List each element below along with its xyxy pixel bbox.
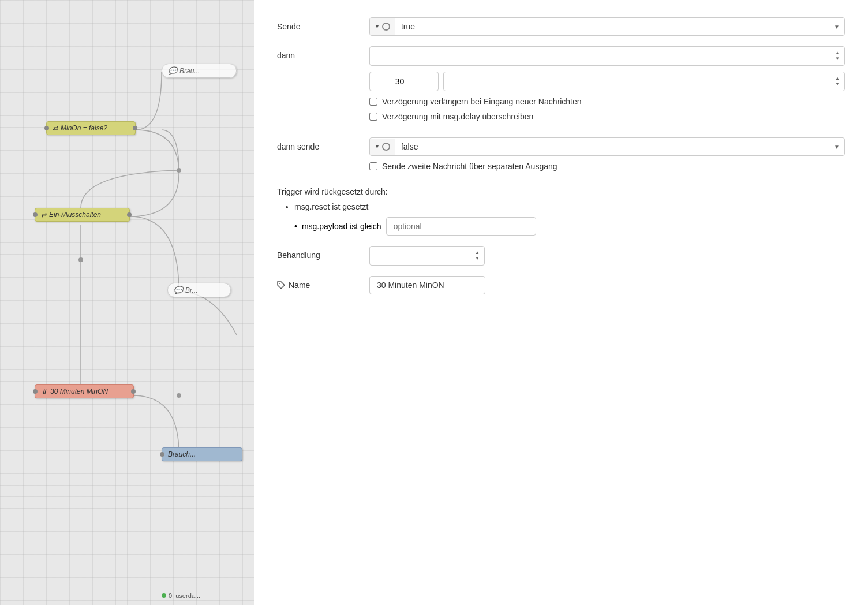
name-row: Name xyxy=(277,276,845,294)
sende-type-btn[interactable]: ▼ xyxy=(370,18,395,35)
trigger-item2-prefix: msg.payload ist gleich xyxy=(302,222,381,231)
bullet: • xyxy=(294,222,297,231)
node-icon: ⇄ xyxy=(41,211,46,219)
name-label-with-icon: Name xyxy=(277,281,369,290)
dann-select[interactable]: ▲ ▼ xyxy=(369,46,845,66)
name-control xyxy=(369,276,845,294)
number-unit-row: ▲ ▼ xyxy=(369,72,845,91)
spinner-up-icon: ▲ xyxy=(835,76,840,81)
checkbox2-row: Verzögerung mit msg.delay überschreiben xyxy=(369,112,845,121)
trigger-list: msg.reset ist gesetzt xyxy=(294,202,845,211)
dann-sende-row: dann sende ▼ false ▼ Sende zweite Nachri… xyxy=(277,137,845,177)
checkbox-second-output[interactable] xyxy=(369,162,377,170)
unit-spinner[interactable]: ▲ ▼ xyxy=(835,76,840,87)
spinner-down-icon: ▼ xyxy=(475,256,480,261)
dann-sende-type-btn[interactable]: ▼ xyxy=(370,139,395,155)
sende-control: ▼ true ▼ xyxy=(369,17,845,36)
checkbox3-label: Sende zweite Nachricht über separaten Au… xyxy=(382,162,558,171)
port-left xyxy=(33,212,38,217)
sende-label: Sende xyxy=(277,17,369,31)
port-left xyxy=(33,389,38,394)
unit-select[interactable]: ▲ ▼ xyxy=(443,72,845,91)
settings-panel: Sende ▼ true ▼ dann ▲ ▼ xyxy=(254,0,868,605)
dropdown-arrow-icon: ▼ xyxy=(829,140,844,154)
circle-icon xyxy=(382,143,390,151)
dropdown-arrow-icon: ▼ xyxy=(829,20,844,34)
behandlung-label: Behandlung xyxy=(277,246,369,260)
name-input[interactable] xyxy=(369,276,485,294)
node-icon: ⏸ xyxy=(41,388,47,395)
comment-node-2: 💬 Br... xyxy=(167,283,231,297)
dann-sende-dropdown[interactable]: ▼ false ▼ xyxy=(369,137,845,156)
status-area: 0_userda... xyxy=(162,592,200,599)
dann-sende-control: ▼ false ▼ Sende zweite Nachricht über se… xyxy=(369,137,845,177)
name-label: Name xyxy=(277,276,369,290)
dann-sende-label: dann sende xyxy=(277,137,369,151)
checkbox1-label: Verzögerung verlängern bei Eingang neuer… xyxy=(382,97,582,106)
circle-icon xyxy=(382,23,390,31)
dann-sende-value: false xyxy=(395,138,829,155)
tag-icon xyxy=(277,281,285,289)
dann-control: ▲ ▼ ▲ ▼ Verzögerung verlängern bei Einga… xyxy=(369,46,845,127)
minon30-node[interactable]: ⏸ 30 Minuten MinON xyxy=(35,384,134,398)
chevron-down-icon: ▼ xyxy=(375,144,380,150)
trigger-item2-row: • msg.payload ist gleich xyxy=(294,217,845,236)
checkbox-extend-delay[interactable] xyxy=(369,98,377,106)
trigger-optional-input[interactable] xyxy=(386,217,536,236)
dann-label: dann xyxy=(277,46,369,60)
sende-dropdown[interactable]: ▼ true ▼ xyxy=(369,17,845,36)
dann-spinner[interactable]: ▲ ▼ xyxy=(835,51,840,61)
trigger-title: Trigger wird rückgesetzt durch: xyxy=(277,187,845,196)
behandlung-select[interactable]: ▲ ▼ xyxy=(369,246,485,266)
port-left xyxy=(44,126,49,130)
svg-point-4 xyxy=(279,283,280,284)
einaus-node[interactable]: ⇄ Ein-/Ausschalten xyxy=(35,208,130,222)
svg-point-3 xyxy=(177,393,181,398)
chevron-down-icon: ▼ xyxy=(375,24,380,29)
spinner-up-icon: ▲ xyxy=(835,51,840,55)
comment-node-1: 💬 Brau... xyxy=(162,64,237,78)
port-right xyxy=(133,126,137,130)
trigger-section: Trigger wird rückgesetzt durch: msg.rese… xyxy=(277,187,845,236)
minon-node[interactable]: ⇄ MinOn = false? xyxy=(46,121,136,135)
port-left xyxy=(160,452,164,457)
port-right xyxy=(131,389,136,394)
behandlung-spinner[interactable]: ▲ ▼ xyxy=(475,251,480,261)
spinner-down-icon: ▼ xyxy=(835,57,840,61)
port-right xyxy=(127,212,132,217)
behandlung-control: ▲ ▼ xyxy=(369,246,845,266)
trigger-item1: msg.reset ist gesetzt xyxy=(294,202,845,211)
flow-panel: 💬 Brau... ⇄ MinOn = false? ⇄ Ein-/Aussch… xyxy=(0,0,254,605)
svg-point-1 xyxy=(78,257,83,262)
dann-row: dann ▲ ▼ ▲ ▼ xyxy=(277,46,845,127)
checkbox-override-delay[interactable] xyxy=(369,113,377,121)
checkbox1-row: Verzögerung verlängern bei Eingang neuer… xyxy=(369,97,845,106)
delay-number-input[interactable] xyxy=(369,72,439,91)
spinner-down-icon: ▼ xyxy=(835,82,840,87)
behandlung-row: Behandlung ▲ ▼ xyxy=(277,246,845,266)
spinner-up-icon: ▲ xyxy=(475,251,480,255)
svg-point-0 xyxy=(177,168,181,173)
checkbox3-row: Sende zweite Nachricht über separaten Au… xyxy=(369,162,845,171)
sende-row: Sende ▼ true ▼ xyxy=(277,17,845,36)
brauch-node[interactable]: Brauch... xyxy=(162,447,242,461)
trigger-item2: msg.payload ist gleich xyxy=(302,217,536,236)
status-dot xyxy=(162,593,166,598)
checkbox2-label: Verzögerung mit msg.delay überschreiben xyxy=(382,112,533,121)
sende-value: true xyxy=(395,18,829,35)
node-icon: ⇄ xyxy=(53,125,58,132)
